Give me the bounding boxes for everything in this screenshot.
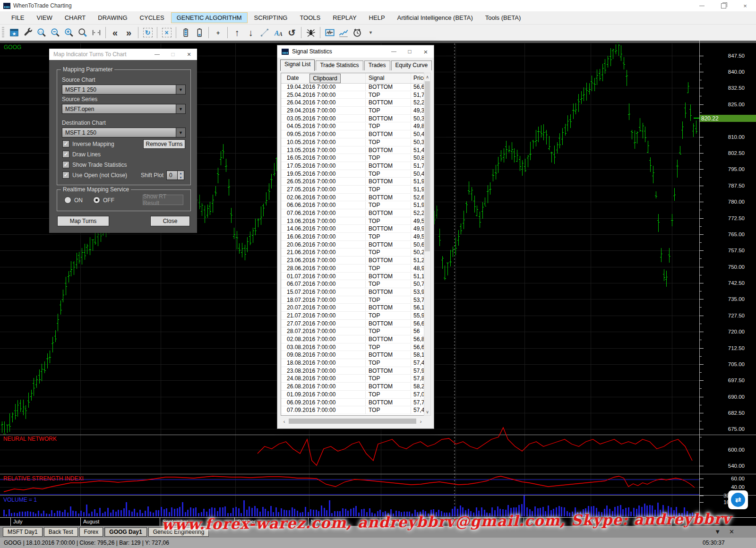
menu-item-tools-beta-[interactable]: Tools (BETA) — [480, 12, 527, 23]
scroll-left-icon[interactable]: « — [109, 26, 121, 39]
close-icon[interactable]: × — [181, 49, 197, 60]
crosshair-plus-icon[interactable]: + — [212, 26, 224, 39]
chart-tab-goog-day1[interactable]: GOOG Day1 — [104, 527, 146, 537]
table-row[interactable]: 06.06.2016 7:00:00TOP51,99 — [281, 201, 424, 209]
scrollbar-thumb[interactable] — [425, 81, 430, 251]
remote-access-icon[interactable]: ⇄ — [728, 490, 748, 509]
table-row[interactable]: 09.08.2016 7:00:00BOTTOM58,17 — [281, 351, 424, 359]
menu-item-view[interactable]: VIEW — [31, 12, 58, 23]
tab-trade-statistics[interactable]: Trade Statistics — [316, 60, 363, 70]
table-row[interactable]: 26.08.2016 7:00:00BOTTOM58,28 — [281, 383, 424, 391]
zoom-in-icon[interactable] — [62, 26, 75, 39]
table-row[interactable]: 13.05.2016 7:00:00BOTTOM51,44 — [281, 146, 424, 154]
scroll-right-icon[interactable]: » — [122, 26, 135, 39]
indicator-window-icon[interactable] — [323, 26, 336, 39]
menu-item-genetic-algorithm[interactable]: GENETIC ALGORITHM — [171, 12, 248, 23]
menu-item-chart[interactable]: CHART — [59, 12, 92, 23]
draw-lines-checkbox[interactable]: ✓Draw Lines — [62, 151, 101, 158]
column-header-date[interactable]: Date — [287, 75, 299, 81]
table-row[interactable]: 19.05.2016 7:00:00TOP50,47 — [281, 170, 424, 178]
source-chart-select[interactable]: MSFT 1 250 ▼ — [62, 85, 186, 94]
table-row[interactable]: 15.07.2016 7:00:00BOTTOM53,95 — [281, 288, 424, 296]
table-row[interactable]: 07.06.2016 7:00:00BOTTOM52,24 — [281, 209, 424, 217]
table-row[interactable]: 07.09.2016 7:00:00TOP57,47 — [281, 406, 424, 414]
map-turns-button[interactable]: Map Turns — [57, 216, 109, 226]
chart-tab-forex[interactable]: Forex — [79, 527, 103, 537]
table-row[interactable]: 17.05.2016 7:00:00BOTTOM51,72 — [281, 162, 424, 170]
table-row[interactable]: 21.06.2016 7:00:00TOP50,2 — [281, 248, 424, 257]
zoom-out-icon[interactable] — [49, 26, 61, 39]
toolbar-overflow-icon[interactable]: ▾ — [364, 26, 377, 39]
menu-item-file[interactable]: FILE — [6, 12, 30, 23]
arrow-down-icon[interactable]: ↓ — [244, 26, 257, 39]
equity-curve-icon[interactable] — [337, 26, 350, 39]
close-icon[interactable]: × — [418, 45, 434, 58]
table-row[interactable]: 26.04.2016 7:00:00BOTTOM52,26 — [281, 99, 424, 107]
table-row[interactable]: 20.07.2016 7:00:00BOTTOM56,15 — [281, 304, 424, 312]
table-row[interactable]: 28.07.2016 7:00:00TOP56 — [281, 327, 424, 335]
table-row[interactable]: 18.08.2016 7:00:00TOP57,42 — [281, 359, 424, 367]
chevron-down-icon[interactable]: ▼ — [176, 128, 185, 137]
battery-empty-icon[interactable] — [193, 26, 206, 39]
table-row[interactable]: 01.09.2016 7:00:00TOP57,01 — [281, 391, 424, 399]
close-button[interactable]: Close — [150, 216, 190, 226]
table-row[interactable]: 21.07.2016 7:00:00TOP55,98 — [281, 312, 424, 320]
use-open-checkbox[interactable]: ✓Use Open (not Close) — [62, 171, 127, 179]
toolbar-grip[interactable] — [2, 27, 4, 38]
scroll-left-icon[interactable]: ‹ — [281, 419, 288, 424]
zoom-tool-icon[interactable] — [76, 26, 89, 39]
menu-item-cycles[interactable]: CYCLES — [134, 12, 170, 23]
table-row[interactable]: 19.04.2016 7:00:00BOTTOM56,63 — [281, 83, 424, 91]
radio-on[interactable] — [64, 197, 71, 204]
remove-turns-button[interactable]: Remove Turns — [143, 139, 185, 149]
table-row[interactable]: 03.08.2016 7:00:00TOP56,68 — [281, 343, 424, 351]
vertical-scrollbar[interactable]: ∧ ∨ — [424, 73, 431, 416]
alarm-clock-icon[interactable] — [351, 26, 363, 39]
destination-chart-select[interactable]: MSFT 1 250 ▼ — [62, 128, 186, 137]
chart-tab-msft-day1[interactable]: MSFT Day1 — [3, 527, 43, 537]
maximize-icon[interactable]: □ — [402, 45, 418, 58]
tab-signal-list[interactable]: Signal List — [280, 60, 315, 71]
tab-equity-curve[interactable]: Equity Curve — [391, 60, 432, 70]
font-tool-icon[interactable]: AA — [272, 26, 284, 39]
shift-plot-stepper[interactable]: 0 ▲▼ — [166, 171, 184, 180]
zoom-actual-icon[interactable]: 1:1 — [35, 26, 48, 39]
radio-off[interactable] — [93, 197, 100, 204]
table-row[interactable]: 06.09.2016 7:00:00BOTTOM57,78 — [281, 399, 424, 407]
scroll-down-icon[interactable]: ∨ — [424, 408, 430, 415]
table-row[interactable]: 03.05.2016 7:00:00BOTTOM50,34 — [281, 115, 424, 123]
battery-full-icon[interactable] — [179, 26, 192, 39]
minimize-icon[interactable] — [386, 45, 402, 58]
trendline-tool-icon[interactable] — [258, 26, 271, 39]
table-row[interactable]: 29.04.2016 7:00:00TOP49,35 — [281, 107, 424, 115]
table-row[interactable]: 26.05.2016 7:00:00BOTTOM51,93 — [281, 178, 424, 186]
table-row[interactable]: 02.08.2016 7:00:00BOTTOM56,85 — [281, 335, 424, 343]
table-row[interactable]: 06.07.2016 7:00:00TOP50,78 — [281, 280, 424, 288]
minimize-icon[interactable] — [149, 49, 165, 60]
menu-item-scripting[interactable]: SCRIPTING — [249, 12, 293, 23]
spider-web-icon[interactable] — [304, 26, 317, 39]
new-chart-window-icon[interactable]: ★ — [8, 26, 20, 39]
table-row[interactable]: 09.05.2016 7:00:00BOTTOM50,49 — [281, 130, 424, 138]
scroll-up-icon[interactable]: ∧ — [424, 73, 430, 80]
restore-icon[interactable] — [713, 0, 734, 11]
spin-up-icon[interactable]: ▲ — [178, 171, 184, 175]
table-row[interactable]: 10.05.2016 7:00:00TOP50,33 — [281, 138, 424, 146]
menu-item-drawing[interactable]: DRAWING — [92, 12, 133, 23]
horizontal-scrollbar[interactable]: ‹ › — [281, 418, 424, 425]
map-dialog-titlebar[interactable]: Map Indicator Turns To Chart □ × — [49, 49, 197, 60]
scrollbar-thumb[interactable] — [289, 419, 416, 424]
scroll-right-icon[interactable]: › — [417, 419, 424, 424]
table-row[interactable]: 01.07.2016 7:00:00BOTTOM51,13 — [281, 273, 424, 281]
table-row[interactable]: 23.08.2016 7:00:00BOTTOM57,9 — [281, 367, 424, 375]
table-row[interactable]: 20.06.2016 7:00:00BOTTOM50,64 — [281, 241, 424, 249]
settings-wrench-icon[interactable] — [21, 26, 34, 39]
table-row[interactable]: 24.08.2016 7:00:00TOP57,8 — [281, 375, 424, 383]
spin-down-icon[interactable]: ▼ — [178, 175, 184, 180]
clipboard-button[interactable]: Clipboard — [309, 74, 341, 83]
inverse-mapping-checkbox[interactable]: ✓Inverse Mapping — [62, 140, 114, 147]
show-trade-statistics-checkbox[interactable]: ✓Show Trade Statistics — [62, 161, 127, 168]
table-row[interactable]: 27.05.2016 7:00:00TOP51,92 — [281, 186, 424, 194]
table-row[interactable]: 13.06.2016 7:00:00TOP49,58 — [281, 217, 424, 225]
table-row[interactable]: 28.06.2016 7:00:00TOP48,92 — [281, 265, 424, 273]
